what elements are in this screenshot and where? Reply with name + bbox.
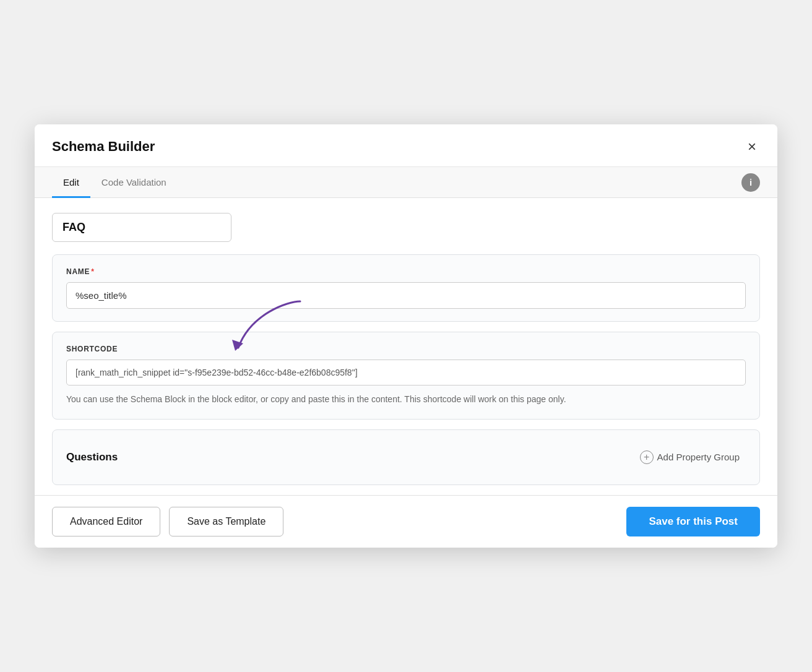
modal-footer: Advanced Editor Save as Template Save fo… [35, 495, 777, 548]
questions-card: Questions + Add Property Group [52, 429, 760, 485]
save-for-post-button[interactable]: Save for this Post [626, 507, 760, 536]
close-button[interactable]: × [744, 138, 760, 155]
advanced-editor-button[interactable]: Advanced Editor [52, 507, 160, 536]
required-star: * [91, 267, 94, 276]
tab-edit[interactable]: Edit [52, 167, 90, 198]
shortcode-hint: You can use the Schema Block in the bloc… [66, 393, 746, 407]
plus-icon: + [640, 450, 654, 464]
add-property-label: Add Property Group [657, 452, 740, 462]
faq-title-input[interactable] [52, 213, 231, 242]
info-button[interactable]: i [741, 173, 760, 192]
name-input[interactable] [66, 282, 746, 309]
tab-code-validation[interactable]: Code Validation [90, 167, 178, 198]
modal-body: NAME* SHORTCODE You can use the Schema B… [35, 198, 777, 495]
tabs-left: Edit Code Validation [52, 167, 178, 197]
shortcode-card: SHORTCODE You can use the Schema Block i… [52, 332, 760, 420]
modal-title: Schema Builder [52, 139, 155, 155]
shortcode-input[interactable] [66, 360, 746, 386]
save-as-template-button[interactable]: Save as Template [169, 507, 283, 536]
tabs-bar: Edit Code Validation i [35, 167, 777, 198]
modal-header: Schema Builder × [35, 124, 777, 167]
schema-builder-modal: Schema Builder × Edit Code Validation i … [35, 124, 777, 548]
shortcode-label: SHORTCODE [66, 345, 746, 353]
name-card: NAME* [52, 254, 760, 322]
questions-title: Questions [66, 451, 118, 463]
add-property-group-button[interactable]: + Add Property Group [634, 447, 746, 468]
name-label: NAME* [66, 267, 746, 276]
footer-left-buttons: Advanced Editor Save as Template [52, 507, 283, 536]
